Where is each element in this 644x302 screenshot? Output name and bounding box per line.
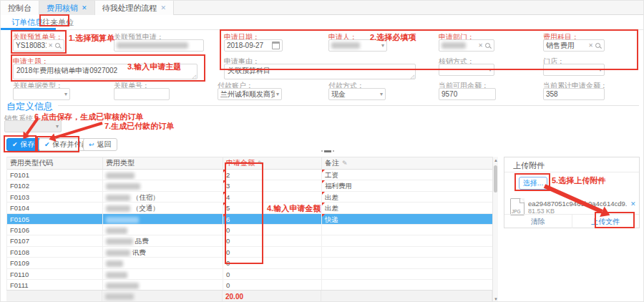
- chevron-down-icon[interactable]: ▾: [56, 121, 59, 132]
- clear-icon[interactable]: ✕: [588, 40, 593, 51]
- clear-icon[interactable]: ✕: [478, 40, 483, 51]
- clear-files-button[interactable]: 清除: [504, 215, 572, 228]
- table-row[interactable]: F0110 0: [7, 269, 493, 280]
- blurred-value: [106, 217, 139, 223]
- accumulated-amount-input[interactable]: 358: [543, 88, 605, 100]
- cell-remark[interactable]: [322, 269, 493, 279]
- scrollbar-thumb[interactable]: [494, 165, 497, 193]
- budget-apply-input[interactable]: [114, 39, 204, 52]
- table-row[interactable]: F0108 讯费0: [7, 247, 493, 258]
- applicant-select[interactable]: ▾: [328, 39, 387, 52]
- table-row[interactable]: F0111 0: [7, 280, 493, 291]
- upload-file-button[interactable]: 上传文件: [572, 215, 640, 228]
- calendar-icon[interactable]: [272, 42, 280, 49]
- cell-remark[interactable]: 出差: [322, 203, 493, 213]
- cell-remark[interactable]: [322, 235, 493, 245]
- sales-system-select[interactable]: ▾: [4, 120, 62, 132]
- tab-console[interactable]: 控制台: [1, 1, 39, 15]
- cell-remark[interactable]: [322, 225, 493, 235]
- cell-apply-amount[interactable]: 0: [223, 280, 322, 290]
- cell-apply-amount[interactable]: 0: [223, 225, 322, 235]
- cell-remark[interactable]: [322, 247, 493, 257]
- expense-verification-screen: 控制台 费用核销✕ 待我处理的流程✕ 订单信息 往来单位 关联预算单号： YS1…: [0, 0, 644, 302]
- chevron-down-icon[interactable]: ▾: [380, 89, 383, 99]
- blurred-value: [106, 260, 123, 267]
- table-row[interactable]: F0109 0: [7, 258, 493, 268]
- close-icon[interactable]: ✕: [161, 4, 167, 11]
- apply-reason-textarea[interactable]: 关联预算科目 ◿: [224, 64, 416, 79]
- cell-expense-code: F0110: [7, 269, 103, 279]
- cell-apply-amount[interactable]: 0: [223, 247, 322, 257]
- scroll-up-icon[interactable]: ▲: [493, 158, 499, 162]
- cell-apply-amount[interactable]: 5: [223, 203, 322, 213]
- search-icon[interactable]: [54, 42, 62, 49]
- table-row[interactable]: F0106 0: [7, 225, 493, 235]
- chevron-down-icon[interactable]: ▾: [489, 64, 492, 75]
- edit-column-icon[interactable]: ✎: [342, 160, 348, 167]
- cell-apply-amount[interactable]: 0: [223, 269, 322, 279]
- blurred-value: [441, 42, 466, 49]
- cell-expense-code: F0111: [7, 280, 103, 290]
- payment-method-select[interactable]: 现金 ▾: [328, 88, 386, 100]
- back-button[interactable]: ↩ 返回: [83, 138, 117, 151]
- cell-expense-code: F0103: [7, 192, 103, 202]
- remove-file-icon[interactable]: ✕: [630, 200, 636, 208]
- apply-theme-textarea[interactable]: 2018年费用核销单申请0927002 ◿: [13, 64, 197, 79]
- tab-expense-verification[interactable]: 费用核销✕: [39, 1, 95, 15]
- resize-handle-icon[interactable]: ◿: [411, 74, 414, 79]
- total-amount: 20.00: [223, 291, 321, 302]
- tab-pending-flows[interactable]: 待我处理的流程✕: [95, 1, 175, 15]
- cell-apply-amount[interactable]: 3: [223, 180, 322, 190]
- choose-file-button[interactable]: 选择...: [519, 177, 547, 190]
- cell-apply-amount[interactable]: 0: [223, 235, 322, 245]
- header-expense-code: 费用类型代码: [7, 157, 103, 169]
- subtab-order-info[interactable]: 订单信息: [11, 17, 43, 28]
- save-button[interactable]: ✔ 保存: [6, 138, 41, 151]
- table-row[interactable]: F0107 品费0: [7, 235, 493, 246]
- panel-collapse-handle[interactable]: [319, 148, 336, 154]
- table-scrollbar[interactable]: ▲ ▼: [492, 157, 498, 302]
- related-doc-type-select[interactable]: ▾: [13, 88, 70, 100]
- chevron-down-icon[interactable]: ▾: [64, 89, 67, 99]
- blurred-value: [106, 172, 135, 179]
- check-icon: ✔: [12, 141, 18, 148]
- cell-remark[interactable]: [322, 258, 493, 268]
- cell-apply-amount[interactable]: 0: [223, 258, 322, 268]
- cell-apply-amount[interactable]: 4: [223, 192, 322, 202]
- table-row[interactable]: F0105 6快递: [7, 214, 493, 225]
- cell-remark[interactable]: 工资: [322, 170, 493, 180]
- subtab-partner-unit[interactable]: 往来单位: [42, 17, 74, 28]
- chevron-down-icon[interactable]: ▾: [599, 64, 602, 75]
- payment-account-select[interactable]: 兰州诚和顺发商贸有限 ▾: [218, 88, 282, 100]
- close-icon[interactable]: ✕: [82, 4, 87, 11]
- table-row[interactable]: F0103 （住宿）4出差: [7, 192, 493, 203]
- table-row[interactable]: F0101 2工资: [7, 170, 493, 180]
- available-balance-input[interactable]: 9570: [439, 88, 496, 100]
- cell-apply-amount[interactable]: 2: [223, 170, 322, 180]
- table-row[interactable]: F0104 （交通）5出差: [7, 203, 493, 213]
- edit-column-icon[interactable]: ✎: [258, 160, 263, 167]
- cell-remark[interactable]: 出差: [322, 192, 493, 202]
- header-apply-amount: 申请金额✎: [223, 157, 322, 169]
- cell-remark[interactable]: [322, 280, 493, 290]
- cell-apply-amount[interactable]: 6: [223, 214, 322, 224]
- chevron-down-icon[interactable]: ▾: [381, 40, 384, 51]
- table-row[interactable]: F0102 3福利费用: [7, 180, 493, 191]
- verify-method-select[interactable]: ▾: [439, 64, 494, 76]
- clear-icon[interactable]: ✕: [48, 40, 53, 51]
- search-icon[interactable]: [484, 42, 492, 49]
- search-icon[interactable]: [595, 42, 602, 49]
- budget-no-input[interactable]: YS1808310014 ✕: [13, 39, 64, 52]
- store-select[interactable]: ▾: [543, 64, 605, 76]
- apply-dept-input[interactable]: ✕: [439, 39, 494, 52]
- expense-subject-input[interactable]: 销售费用 ✕: [543, 39, 605, 52]
- cell-remark[interactable]: 快递: [322, 214, 493, 224]
- chevron-down-icon[interactable]: ▾: [276, 89, 279, 99]
- cell-remark[interactable]: 福利费用: [322, 180, 493, 190]
- apply-date-input[interactable]: 2018-09-27: [224, 39, 283, 52]
- related-doc-no-input[interactable]: [114, 88, 170, 100]
- scroll-down-icon[interactable]: ▼: [493, 297, 499, 301]
- edited-cell-marker: [322, 214, 325, 217]
- tab-label: 控制台: [8, 3, 31, 14]
- resize-handle-icon[interactable]: ◿: [192, 74, 196, 79]
